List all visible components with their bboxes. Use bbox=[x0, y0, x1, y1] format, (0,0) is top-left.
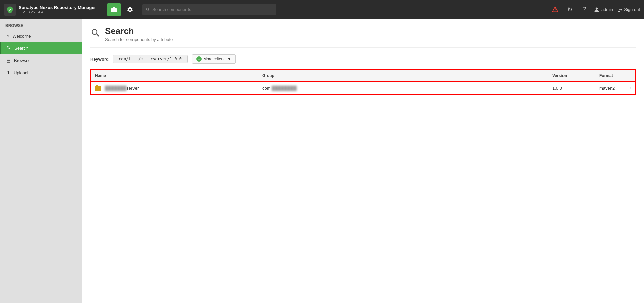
table-cell-group: com.████████ bbox=[258, 82, 548, 95]
column-header-version: Version bbox=[548, 70, 595, 82]
table-cell-name: ███████server bbox=[91, 82, 258, 95]
table-cell-version: 1.0.0 bbox=[548, 82, 595, 95]
help-icon-btn[interactable]: ? bbox=[579, 4, 590, 15]
brand-text: Sonatype Nexus Repository Manager OSS 3.… bbox=[19, 5, 96, 14]
table-header: Name Group Version Format bbox=[91, 70, 636, 82]
app-title: Sonatype Nexus Repository Manager bbox=[19, 5, 96, 10]
component-folder-icon bbox=[95, 86, 101, 91]
topnav-right-area: ⚠ ↻ ? admin Sign out bbox=[550, 4, 640, 15]
results-table: Name Group Version Format ███████server bbox=[90, 69, 636, 95]
sidebar-item-welcome[interactable]: ○ Welcome bbox=[0, 30, 82, 42]
page-header-search-icon bbox=[90, 28, 101, 41]
table-body: ███████server com.████████ 1.0.0 maven2 … bbox=[91, 82, 636, 95]
page-title: Search bbox=[105, 26, 173, 36]
component-name-suffix: server bbox=[126, 86, 139, 91]
table-cell-format: maven2 › bbox=[595, 82, 636, 95]
main-content: Search Search for components by attribut… bbox=[82, 19, 644, 303]
global-search-input[interactable] bbox=[152, 7, 273, 12]
sidebar-item-upload-label: Upload bbox=[14, 70, 28, 75]
sidebar-item-browse[interactable]: ▤ Browse bbox=[0, 54, 82, 67]
table-row[interactable]: ███████server com.████████ 1.0.0 maven2 … bbox=[91, 82, 636, 95]
sidebar-item-search-label: Search bbox=[14, 46, 28, 51]
welcome-icon: ○ bbox=[6, 33, 9, 39]
more-criteria-button[interactable]: + More criteria ▼ bbox=[192, 54, 236, 64]
settings-icon-btn[interactable] bbox=[123, 3, 137, 16]
row-chevron-icon: › bbox=[630, 85, 631, 91]
column-header-group: Group bbox=[258, 70, 548, 82]
sidebar-item-browse-label: Browse bbox=[14, 58, 29, 63]
keyword-tag[interactable]: "com/t.../m...rserver/1.0.0' bbox=[113, 55, 188, 63]
component-group-blurred: ████████ bbox=[272, 86, 297, 91]
signout-icon bbox=[617, 7, 623, 12]
nav-browse-icon[interactable] bbox=[107, 3, 121, 16]
sidebar: Browse ○ Welcome Search ▤ Browse ⬆ Uploa… bbox=[0, 19, 82, 303]
top-navigation: Sonatype Nexus Repository Manager OSS 3.… bbox=[0, 0, 644, 19]
dropdown-arrow-icon: ▼ bbox=[227, 57, 231, 61]
brand-logo bbox=[4, 4, 16, 16]
user-menu[interactable]: admin bbox=[594, 7, 613, 12]
sidebar-item-search[interactable]: Search bbox=[0, 42, 82, 54]
page-header: Search Search for components by attribut… bbox=[90, 26, 636, 48]
admin-label: admin bbox=[601, 7, 613, 12]
search-icon bbox=[6, 45, 11, 51]
more-criteria-label: More criteria bbox=[203, 57, 226, 61]
user-icon bbox=[594, 7, 599, 12]
browse-icon: ▤ bbox=[6, 58, 11, 63]
keyword-label: Keyword bbox=[90, 57, 109, 62]
sign-out-button[interactable]: Sign out bbox=[617, 7, 640, 12]
sidebar-item-upload[interactable]: ⬆ Upload bbox=[0, 67, 82, 79]
page-subtitle: Search for components by attribute bbox=[105, 37, 173, 42]
search-icon bbox=[146, 7, 150, 12]
alert-icon-btn[interactable]: ⚠ bbox=[550, 4, 560, 15]
refresh-icon-btn[interactable]: ↻ bbox=[565, 4, 575, 15]
component-group-prefix: com. bbox=[262, 86, 272, 91]
sign-out-label: Sign out bbox=[624, 7, 640, 12]
plus-icon: + bbox=[196, 56, 202, 62]
global-search-box[interactable] bbox=[142, 4, 276, 15]
sidebar-item-welcome-label: Welcome bbox=[12, 34, 31, 39]
column-header-format: Format bbox=[595, 70, 636, 82]
page-header-text: Search Search for components by attribut… bbox=[105, 26, 173, 42]
upload-icon: ⬆ bbox=[6, 70, 10, 75]
column-header-name: Name bbox=[91, 70, 258, 82]
app-version: OSS 3.25.1-04 bbox=[19, 10, 96, 14]
component-name-prefix: ███████ bbox=[105, 86, 126, 91]
brand-area: Sonatype Nexus Repository Manager OSS 3.… bbox=[4, 4, 105, 16]
sidebar-section-label: Browse bbox=[0, 19, 82, 30]
search-criteria-row: Keyword "com/t.../m...rserver/1.0.0' + M… bbox=[90, 54, 636, 64]
